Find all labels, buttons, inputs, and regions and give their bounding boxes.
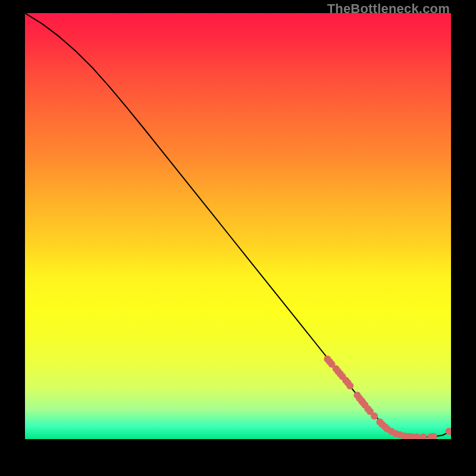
plot-area [25, 13, 451, 439]
scatter-point [346, 383, 353, 390]
bottleneck-curve [25, 13, 451, 437]
scatter-points [324, 355, 451, 439]
scatter-point [419, 433, 427, 439]
scatter-point [371, 412, 378, 419]
chart-stage: TheBottleneck.com [0, 0, 476, 476]
chart-svg [25, 13, 451, 439]
